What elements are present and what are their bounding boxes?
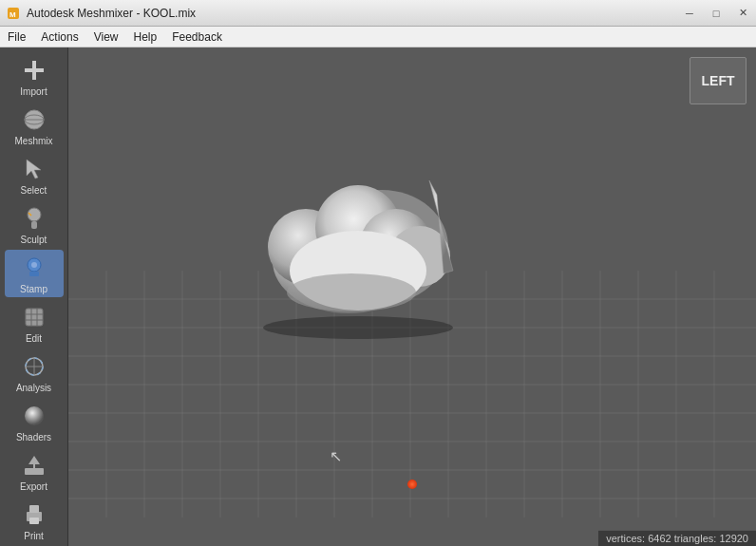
menu-file[interactable]: File [0,27,33,47]
sphere-icon [20,105,48,134]
tool-analysis[interactable]: Analysis [5,348,64,396]
svg-marker-7 [27,160,41,179]
titlebar: M Autodesk Meshmixer - KOOL.mix ─ □ ✕ [0,0,756,27]
svg-rect-28 [29,505,39,513]
svg-rect-24 [25,468,44,475]
tool-export[interactable]: Export [5,447,64,495]
window-controls: ─ □ ✕ [676,0,756,27]
svg-rect-3 [25,68,44,72]
tool-import[interactable]: Import [5,52,64,100]
tool-edit[interactable]: Edit [5,299,64,347]
tool-select[interactable]: Select [5,151,64,198]
menu-actions[interactable]: Actions [33,27,85,47]
app-icon: M [4,4,23,23]
analysis-icon [20,352,48,381]
svg-rect-29 [29,518,39,524]
svg-point-23 [25,406,44,425]
shaders-icon [20,402,48,430]
menu-help[interactable]: Help [126,27,165,47]
minimize-button[interactable]: ─ [676,0,703,27]
tool-edit-label: Edit [26,333,42,344]
sidebar: Import Meshmix Select [0,47,68,546]
close-button[interactable]: ✕ [729,0,756,27]
tool-stamp[interactable]: Stamp [5,250,64,297]
plus-icon [20,56,48,85]
tool-export-label: Export [20,481,47,492]
svg-point-63 [287,273,416,311]
tool-sculpt-label: Sculpt [21,235,47,245]
menu-view[interactable]: View [86,27,126,47]
svg-point-55 [263,316,453,339]
window-title: Autodesk Meshmixer - KOOL.mix [27,7,676,20]
viewcube-label: LEFT [702,73,735,88]
svg-point-13 [31,262,37,268]
tool-meshmix-label: Meshmix [14,136,52,146]
edit-icon [20,303,48,331]
status-bar: vertices: 6462 triangles: 12920 [598,530,756,546]
tool-print-label: Print [24,531,44,541]
sculpt-icon [20,204,48,233]
svg-text:M: M [9,10,16,19]
svg-rect-9 [31,221,37,229]
print-icon [20,500,48,529]
tool-print[interactable]: Print [5,497,64,544]
tool-shaders-label: Shaders [16,432,51,442]
svg-rect-14 [26,309,43,326]
tool-stamp-label: Stamp [20,284,47,294]
menu-feedback[interactable]: Feedback [164,27,230,47]
tool-analysis-label: Analysis [16,383,51,393]
tool-meshmix[interactable]: Meshmix [5,102,64,149]
tool-import-label: Import [20,86,47,97]
export-icon [20,451,48,480]
viewport[interactable]: LEFT ↖ vertices: 6462 triangles: 12920 [68,47,756,546]
cursor-icon [20,155,48,183]
viewcube[interactable]: LEFT [690,57,747,104]
main-layout: Import Meshmix Select [0,47,756,546]
svg-rect-12 [29,272,39,276]
3d-object [211,133,534,342]
tool-shaders[interactable]: Shaders [5,398,64,445]
maximize-button[interactable]: □ [703,0,729,27]
svg-marker-25 [28,456,40,464]
tool-sculpt[interactable]: Sculpt [5,200,64,248]
menubar: File Actions View Help Feedback [0,27,756,47]
stamp-icon [20,254,48,282]
origin-point [407,480,417,489]
tool-select-label: Select [21,185,47,196]
status-text: vertices: 6462 triangles: 12920 [606,533,748,544]
